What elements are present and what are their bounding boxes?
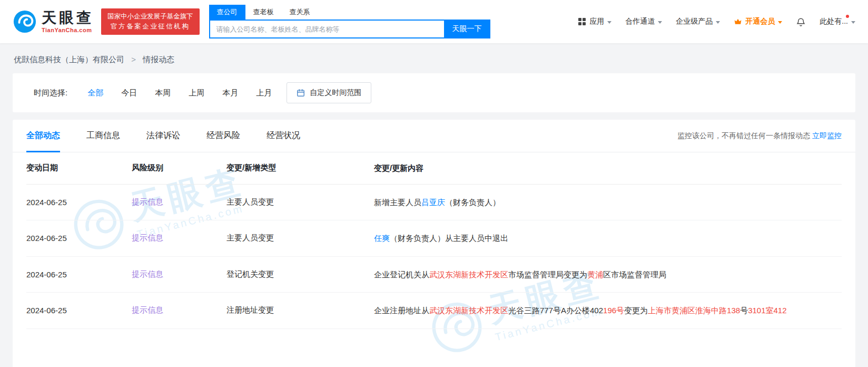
category-tabs: 全部动态 工商信息 法律诉讼 经营风险 经营状况 监控该公司，不再错过任何一条情… — [13, 120, 855, 152]
monitor-prompt: 监控该公司，不再错过任何一条情报动态立即监控 — [677, 131, 842, 141]
search-block: 查公司 查老板 查关系 天眼一下 — [209, 5, 490, 38]
table-body: 2024-06-25提示信息主要人员变更新增主要人员吕亚庆（财务负责人）2024… — [26, 185, 842, 329]
changed-value-text: 武汉东湖新技术开发区 — [429, 306, 508, 315]
nav-enterprise-products[interactable]: 企业级产品 — [676, 17, 720, 26]
time-filter-options: 全部 今日 本周 上周 本月 上月 — [87, 88, 272, 98]
row-risk-cell: 提示信息 — [132, 197, 226, 207]
tab-legal-proceedings[interactable]: 法律诉讼 — [146, 120, 180, 152]
time-option-this-month[interactable]: 本月 — [222, 88, 238, 98]
search-button[interactable]: 天眼一下 — [444, 20, 490, 38]
content-text: 市场监督管理局变更为 — [508, 270, 587, 279]
time-filter-card: 时间选择: 全部 今日 本周 上周 本月 上月 自定义时间范围 — [13, 73, 855, 112]
nav-more-label: 此处有... — [820, 17, 848, 26]
row-change-content: 任爽（财务负责人）从主要人员中退出 — [374, 231, 842, 245]
nav-vip-membership[interactable]: 开通会员 — [734, 17, 782, 26]
nav-vip-label: 开通会员 — [745, 17, 775, 26]
custom-time-range-button[interactable]: 自定义时间范围 — [287, 82, 371, 103]
nav-enterprise-products-label: 企业级产品 — [676, 17, 713, 26]
row-change-type: 登记机关变更 — [226, 269, 374, 279]
tab-all-updates[interactable]: 全部动态 — [26, 120, 60, 152]
gov-certification-badge: 国家中小企业发展子基金旗下 官方备案企业征信机构 — [101, 8, 200, 35]
risk-level-link[interactable]: 提示信息 — [132, 305, 163, 314]
caret-down-icon — [716, 21, 720, 24]
content-text: 号 — [740, 306, 748, 315]
brand-domain: TianYanCha.com — [42, 27, 94, 33]
content-text: 光谷三路777号A办公楼402 — [508, 306, 603, 315]
monitor-text: 监控该公司，不再错过任何一条情报动态 — [677, 131, 810, 140]
crown-icon — [734, 17, 742, 26]
risk-level-link[interactable]: 提示信息 — [132, 269, 163, 278]
person-link[interactable]: 任爽 — [374, 234, 390, 243]
header-change-date: 变动日期 — [26, 163, 132, 173]
nav-cooperation[interactable]: 合作通道 — [625, 17, 662, 26]
row-change-date: 2024-06-25 — [26, 234, 132, 243]
changed-value-text: 黄浦 — [587, 270, 603, 279]
top-navigation: 应用 合作通道 企业级产品 开通会员 此处有... — [578, 17, 855, 27]
notifications-button[interactable] — [796, 17, 806, 27]
content-text: 区市场监督管理局 — [603, 270, 666, 279]
table-header-row: 变动日期 风险级别 变更/新增类型 变更/更新内容 — [26, 152, 842, 185]
nav-more[interactable]: 此处有... — [820, 17, 855, 26]
time-option-all[interactable]: 全部 — [87, 88, 103, 98]
nav-apps[interactable]: 应用 — [578, 17, 611, 26]
updates-table: 变动日期 风险级别 变更/新增类型 变更/更新内容 2024-06-25提示信息… — [13, 152, 855, 329]
risk-level-link[interactable]: 提示信息 — [132, 197, 163, 206]
breadcrumb-separator: > — [131, 55, 136, 64]
row-change-content: 新增主要人员吕亚庆（财务负责人） — [374, 196, 842, 209]
time-option-last-month[interactable]: 上月 — [256, 88, 272, 98]
time-option-today[interactable]: 今日 — [121, 88, 137, 98]
search-input[interactable] — [209, 20, 444, 38]
content-text: 企业注册地址从 — [374, 306, 429, 315]
row-change-type: 主要人员变更 — [226, 197, 374, 207]
content-text: 新增主要人员 — [374, 198, 421, 207]
tab-business-status[interactable]: 经营状况 — [267, 120, 300, 152]
tab-operational-risk[interactable]: 经营风险 — [206, 120, 240, 152]
monitor-now-link[interactable]: 立即监控 — [812, 131, 842, 140]
gov-badge-line1: 国家中小企业发展子基金旗下 — [107, 12, 193, 22]
changed-value-text: 196号 — [603, 306, 624, 315]
nav-apps-label: 应用 — [589, 17, 604, 26]
header-change-type: 变更/新增类型 — [226, 163, 374, 173]
nav-cooperation-label: 合作通道 — [625, 17, 655, 26]
person-link[interactable]: 吕亚庆 — [421, 198, 445, 207]
grid-icon — [578, 17, 586, 26]
time-option-last-week[interactable]: 上周 — [189, 88, 204, 98]
search-tab-company[interactable]: 查公司 — [209, 5, 245, 20]
row-change-type: 主要人员变更 — [226, 233, 374, 243]
tianyancha-logo[interactable]: 天眼查 TianYanCha.com — [13, 9, 94, 34]
content-text: 企业登记机关从 — [374, 270, 429, 279]
top-bar: 天眼查 TianYanCha.com 国家中小企业发展子基金旗下 官方备案企业征… — [0, 0, 868, 43]
row-change-date: 2024-06-25 — [26, 198, 132, 207]
table-row: 2024-06-25提示信息登记机关变更企业登记机关从武汉东湖新技术开发区市场监… — [26, 257, 842, 293]
custom-time-range-label: 自定义时间范围 — [310, 88, 361, 98]
table-row: 2024-06-25提示信息主要人员变更新增主要人员吕亚庆（财务负责人） — [26, 185, 842, 221]
gov-badge-line2: 官方备案企业征信机构 — [107, 22, 193, 32]
risk-level-link[interactable]: 提示信息 — [132, 233, 163, 242]
intelligence-feed-card: 天眼查 TianYanCha.com 天眼查 TianYanCha.com 全部… — [13, 120, 855, 367]
search-tab-relation[interactable]: 查关系 — [282, 5, 318, 20]
search-tabs: 查公司 查老板 查关系 — [209, 5, 490, 20]
breadcrumb-company-link[interactable]: 优獃信息科技（上海）有限公司 — [14, 55, 124, 64]
row-risk-cell: 提示信息 — [132, 269, 226, 279]
notification-dot — [846, 15, 849, 18]
changed-value-text: 室412 — [766, 306, 787, 315]
caret-down-icon — [851, 21, 855, 24]
row-change-date: 2024-06-25 — [26, 270, 132, 279]
time-filter-label: 时间选择: — [34, 88, 67, 98]
header-change-content: 变更/更新内容 — [374, 161, 842, 175]
brand-name: 天眼查 — [42, 11, 94, 25]
table-row: 2024-06-25提示信息主要人员变更任爽（财务负责人）从主要人员中退出 — [26, 220, 842, 257]
row-change-content: 企业登记机关从武汉东湖新技术开发区市场监督管理局变更为黄浦区市场监督管理局 — [374, 268, 842, 282]
changed-value-text: 武汉东湖新技术开发区 — [429, 270, 508, 279]
caret-down-icon — [658, 21, 662, 24]
search-tab-boss[interactable]: 查老板 — [245, 5, 282, 20]
calendar-icon — [297, 89, 305, 97]
bell-icon — [796, 17, 806, 27]
time-option-this-week[interactable]: 本周 — [155, 88, 171, 98]
row-risk-cell: 提示信息 — [132, 305, 226, 315]
breadcrumb: 优獃信息科技（上海）有限公司 > 情报动态 — [0, 43, 868, 73]
tab-business-info[interactable]: 工商信息 — [86, 120, 120, 152]
header-risk-level: 风险级别 — [132, 163, 226, 173]
content-text: （财务负责人）从主要人员中退出 — [390, 234, 508, 243]
row-risk-cell: 提示信息 — [132, 233, 226, 243]
